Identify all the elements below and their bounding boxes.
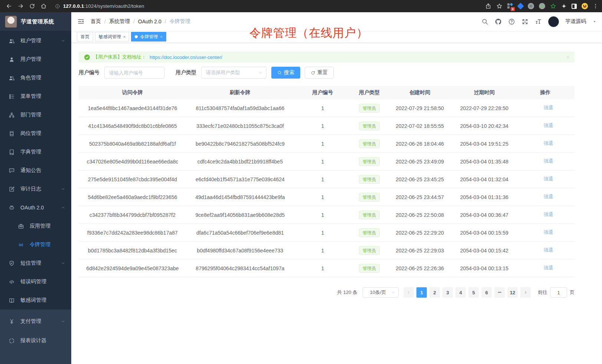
sidebar-item-org-chart[interactable]: 部门管理 xyxy=(0,106,71,124)
sidebar-item-sms-shield[interactable]: 短信管理 xyxy=(0,254,71,272)
sidebar-item-report-designer[interactable]: 报表设计器 xyxy=(0,331,71,350)
trash-icon xyxy=(537,177,542,182)
sidebar-item-tenant-users[interactable]: 租户管理 xyxy=(0,32,71,50)
sidebar-item-sensitive-words[interactable]: 敏感词管理 xyxy=(0,291,71,310)
sidebar-item-dictionary[interactable]: 字典管理 xyxy=(0,143,71,161)
sidebar-toggle-icon[interactable] xyxy=(572,4,577,9)
extension-command-icon[interactable]: ⌘ xyxy=(528,3,534,9)
sidebar-collapse-icon[interactable] xyxy=(77,18,85,25)
sidebar-item-roles-users[interactable]: 角色管理 xyxy=(0,69,71,87)
fullscreen-icon[interactable] xyxy=(521,18,529,25)
extension-spark-icon[interactable] xyxy=(561,3,567,9)
page-button-12[interactable]: 12 xyxy=(507,287,518,298)
user-id-cell: 1 xyxy=(294,230,351,236)
page-button-2[interactable]: 2 xyxy=(429,287,440,298)
sidebar-item-app-briefcase[interactable]: 应用管理 xyxy=(0,217,71,235)
force-logout-link[interactable]: 强退 xyxy=(537,176,553,182)
access-token-cell: 6d842e2924594de9a09e45e087323abe xyxy=(79,265,186,271)
extension-star-icon[interactable] xyxy=(550,3,556,9)
sensitive-words-icon xyxy=(9,297,15,304)
breadcrumb-home[interactable]: 首页 xyxy=(91,18,101,25)
breadcrumb-system[interactable]: 系统管理 xyxy=(109,18,130,25)
breadcrumb-oauth[interactable]: OAuth 2.0 xyxy=(138,19,161,24)
doc-link[interactable]: https://doc.iocoder.cn/user-center/ xyxy=(150,54,222,60)
user-id-input[interactable] xyxy=(104,67,164,79)
force-logout-link[interactable]: 强退 xyxy=(537,193,553,200)
reload-icon[interactable] xyxy=(29,3,35,9)
info-icon[interactable] xyxy=(55,4,60,9)
reset-button[interactable]: 重置 xyxy=(305,67,334,79)
audit-log-icon xyxy=(9,186,15,192)
sidebar-item-token-signal[interactable]: 令牌管理 xyxy=(0,235,71,254)
tab-close-icon[interactable]: × xyxy=(160,35,162,39)
tab-1[interactable]: 敏感词管理× xyxy=(95,32,129,42)
user-type-badge: 管理员 xyxy=(359,246,380,255)
github-icon[interactable] xyxy=(495,18,502,25)
force-logout-link[interactable]: 强退 xyxy=(537,247,553,254)
chevron-right-icon xyxy=(523,290,528,295)
force-logout-link[interactable]: 强退 xyxy=(537,122,553,129)
sidebar-item-error-code[interactable]: 错误码管理 xyxy=(0,272,71,291)
force-logout-link[interactable]: 强退 xyxy=(537,211,553,218)
access-token-cell: f9336e7c7dd242a283ee98dc86b17a87 xyxy=(79,230,186,236)
tab-0[interactable]: 首页 xyxy=(77,32,93,42)
force-logout-link[interactable]: 强退 xyxy=(537,105,553,111)
user-type-select[interactable]: 请选择用户类型 xyxy=(201,67,266,79)
sidebar-item-user[interactable]: 用户管理 xyxy=(0,50,71,69)
prev-page-button[interactable] xyxy=(403,287,414,298)
sidebar-item-label: 岗位管理 xyxy=(20,130,41,137)
header-search-icon[interactable] xyxy=(481,18,488,25)
force-logout-link[interactable]: 强退 xyxy=(537,158,553,165)
table-row: 275e5de9151045fe87cbdc395e004f4d e6cfd40… xyxy=(79,171,575,188)
pager-ellipsis[interactable]: ••• xyxy=(494,287,505,298)
page-button-4[interactable]: 4 xyxy=(455,287,466,298)
chevron-down-icon[interactable] xyxy=(592,19,597,24)
dictionary-icon xyxy=(9,149,15,155)
sidebar-item-menu-tree[interactable]: 菜单管理 xyxy=(0,87,71,106)
created-time-cell: 2022-06-25 23:44:57 xyxy=(387,194,452,200)
browser-menu-icon[interactable] xyxy=(593,3,598,9)
url-bar[interactable]: 127.0.0.1:1024/system/oauth2/token xyxy=(55,3,144,9)
sidebar-item-oauth-robot[interactable]: OAuth 2.0 xyxy=(0,198,71,217)
search-button[interactable]: 搜索 xyxy=(271,67,300,79)
help-icon[interactable] xyxy=(508,18,515,25)
username[interactable]: 芋道源码 xyxy=(565,18,586,25)
sidebar-logo[interactable]: 芋道管理系统 xyxy=(0,12,71,31)
tab-close-icon[interactable]: × xyxy=(123,35,125,39)
forward-icon[interactable] xyxy=(17,3,24,9)
page-button-5[interactable]: 5 xyxy=(468,287,479,298)
share-icon[interactable] xyxy=(485,3,491,9)
next-page-button[interactable] xyxy=(520,287,531,298)
expire-time-cell: 2054-03-10 20:42:34 xyxy=(452,123,516,129)
back-icon[interactable] xyxy=(6,3,12,9)
page-button-6[interactable]: 6 xyxy=(481,287,492,298)
sidebar-item-audit-log[interactable]: 审计日志 xyxy=(0,180,71,198)
tab-2[interactable]: 令牌管理× xyxy=(131,32,166,42)
sidebar-item-badge[interactable]: 岗位管理 xyxy=(0,124,71,143)
page-button-3[interactable]: 3 xyxy=(442,287,453,298)
force-logout-link[interactable]: 强退 xyxy=(537,140,553,147)
goto-page-input[interactable] xyxy=(550,287,567,298)
access-token-cell: c342377bf8b344799dcbf7bf095287f2 xyxy=(79,212,186,218)
expire-time-cell: 2054-03-04 00:15:42 xyxy=(452,248,516,254)
sms-shield-icon xyxy=(9,260,15,267)
sidebar-item-payment-yen[interactable]: 支付管理 xyxy=(0,312,71,331)
extension-grid-icon[interactable]: 9 xyxy=(507,3,513,9)
force-logout-link[interactable]: 强退 xyxy=(537,229,553,236)
extension-record-icon[interactable] xyxy=(539,3,545,9)
page-button-1[interactable]: 1 xyxy=(416,287,427,298)
font-size-icon[interactable] xyxy=(535,18,542,25)
sidebar-item-announcement[interactable]: 通知公告 xyxy=(0,161,71,180)
user-id-cell: 1 xyxy=(294,105,351,111)
bookmark-star-icon[interactable] xyxy=(496,3,503,9)
total-count: 共 120 条 xyxy=(337,289,357,296)
home-icon[interactable] xyxy=(40,3,47,9)
user-avatar[interactable] xyxy=(548,16,559,27)
page-size-select[interactable]: 10条/页 xyxy=(363,287,399,298)
trash-icon xyxy=(537,141,542,146)
alert-close-icon[interactable] xyxy=(566,55,570,59)
extension-gem-icon[interactable] xyxy=(517,3,524,9)
token-signal-icon xyxy=(18,242,24,248)
force-logout-link[interactable]: 强退 xyxy=(537,265,553,271)
emoji-extension-icon[interactable] xyxy=(582,3,588,9)
